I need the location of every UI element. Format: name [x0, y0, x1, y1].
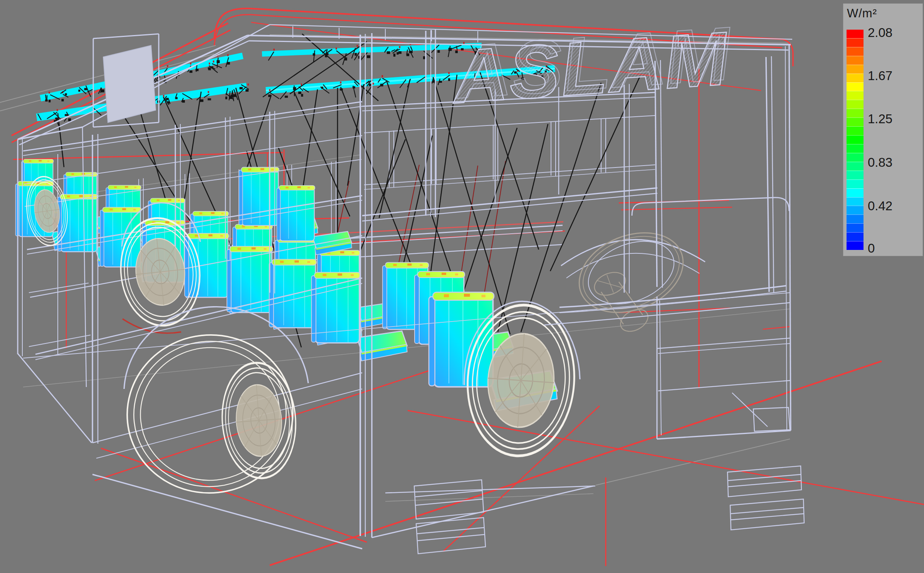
- colorbar-band: [847, 241, 864, 250]
- tick-label: 0: [868, 241, 875, 256]
- colorbar-band: [847, 223, 864, 232]
- colorbar-band: [847, 109, 864, 117]
- tick-label: 1.67: [868, 69, 892, 83]
- colorbar-band: [847, 74, 864, 82]
- mid-dual-wheel-hub: [218, 360, 299, 481]
- tick-label: 0.42: [868, 199, 892, 213]
- colorbar-legend-panel: W/m² 2.08 1.67 1.25 0.83 0.42 0: [843, 3, 923, 256]
- legend-unit-label: W/m²: [847, 7, 877, 20]
- colorbar-band: [847, 171, 864, 179]
- roof-hatch: [93, 34, 159, 127]
- colorbar-band: [847, 100, 864, 109]
- viewport: ASLAM ASLAM W/m² 2.08 1.67 1.25 0.83 0.4…: [0, 0, 924, 573]
- tick-label: 2.08: [868, 25, 892, 40]
- colorbar-band: [847, 117, 864, 126]
- tick-label: 0.83: [868, 155, 892, 170]
- colorbar-band: [847, 135, 864, 144]
- colorbar-band: [847, 144, 864, 153]
- colorbar-band: [847, 56, 864, 65]
- colorbar-band: [847, 232, 864, 241]
- colorbar-band: [847, 82, 864, 91]
- colorbar-band: [847, 162, 864, 171]
- colorbar-band: [847, 179, 864, 188]
- aslam-roof-letters: ASLAM ASLAM: [448, 11, 735, 119]
- colorbar-band: [847, 206, 864, 214]
- colorbar-band: [847, 188, 864, 197]
- colorbar-band: [847, 214, 864, 223]
- bus-wireframe-scene: ASLAM ASLAM: [0, 0, 924, 573]
- colorbar-band: [847, 38, 864, 47]
- tick-label: 1.25: [868, 112, 892, 126]
- colorbar-band: [847, 65, 864, 74]
- colorbar: [847, 30, 864, 250]
- colorbar-band: [847, 153, 864, 162]
- colorbar-band: [847, 47, 864, 56]
- colorbar-band: [847, 126, 864, 135]
- colorbar-band: [847, 197, 864, 206]
- steering-assembly: [544, 218, 790, 336]
- colorbar-ticks: 2.08 1.67 1.25 0.83 0.42 0: [868, 30, 918, 250]
- colorbar-band: [847, 30, 864, 38]
- colorbar-band: [847, 91, 864, 100]
- step-grille-boxes: [414, 466, 804, 554]
